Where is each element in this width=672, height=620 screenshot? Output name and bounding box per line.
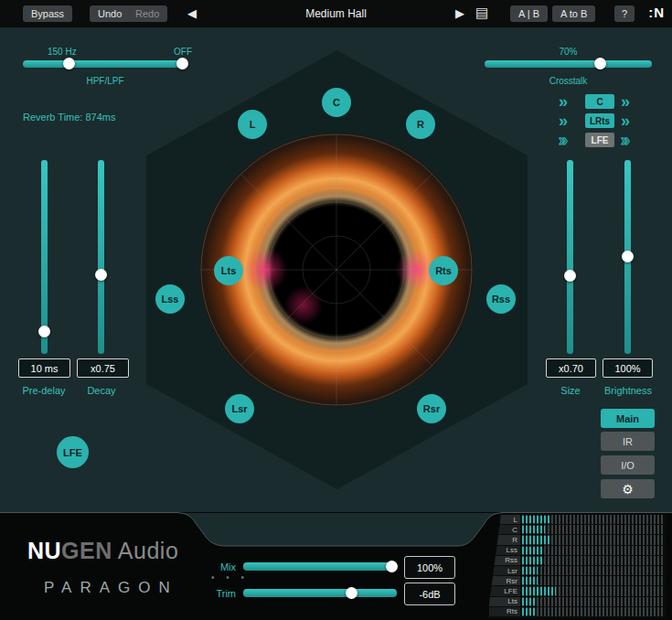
meter-row: C [489, 525, 665, 534]
routing-in-chevron-lfe[interactable]: » [559, 133, 568, 147]
preset-name[interactable]: Medium Hall [305, 7, 367, 20]
mix-handle[interactable] [386, 561, 398, 572]
meter-row: Lts [489, 597, 665, 606]
mix-value[interactable]: 100% [404, 556, 455, 579]
decay-value[interactable]: x0.75 [77, 358, 129, 378]
hpf-handle[interactable] [63, 58, 75, 69]
ab-toggle-button[interactable]: A | B [510, 5, 548, 22]
meter-track [522, 576, 665, 585]
trim-slider[interactable] [243, 589, 397, 597]
decay-fader[interactable] [98, 160, 104, 354]
nugen-logo: :N [648, 5, 665, 20]
predelay-fader[interactable] [41, 160, 48, 354]
ir-tab-button[interactable]: IR [601, 432, 655, 451]
channel-meters: L C R Lss Rss Lsr Rsr LFE Lts Rts [487, 514, 667, 618]
trim-handle[interactable] [346, 587, 357, 599]
channel-node-r[interactable]: R [406, 110, 435, 139]
prev-preset-icon[interactable]: ◀ [187, 6, 197, 21]
channel-node-lss[interactable]: Lss [155, 284, 185, 314]
brand-nu: NU [27, 538, 61, 563]
brightness-value[interactable]: 100% [603, 358, 653, 378]
brightness-label: Brightness [590, 385, 667, 396]
predelay-value[interactable]: 10 ms [18, 358, 70, 378]
meter-fill [522, 598, 535, 605]
size-fader[interactable] [567, 160, 573, 354]
size-value[interactable]: x0.70 [546, 358, 596, 378]
meter-track [522, 607, 665, 616]
reverb-time-readout: Reverb Time: 874ms [23, 112, 115, 123]
routing-in-chevron-c[interactable]: » [559, 94, 568, 109]
lpf-handle[interactable] [176, 58, 188, 69]
crosstalk-slider[interactable] [485, 60, 652, 68]
redo-button[interactable]: Redo [127, 5, 167, 22]
brand-gen: GEN [61, 538, 112, 563]
preset-list-icon[interactable]: ▤ [475, 5, 488, 20]
channel-node-lsr[interactable]: Lsr [225, 394, 254, 423]
meter-track [522, 525, 665, 534]
routing-out-chevron-c[interactable]: » [621, 94, 630, 109]
channel-node-c[interactable]: C [322, 88, 351, 117]
meter-fill [522, 557, 542, 564]
decay-label: Decay [63, 385, 140, 396]
channel-node-lts[interactable]: Lts [214, 256, 243, 285]
channel-node-l[interactable]: L [238, 110, 267, 139]
meter-row: Lss [489, 546, 665, 555]
product-name: PARAGON [44, 579, 178, 597]
brightness-fader[interactable] [624, 160, 631, 354]
brand-logo: NUGEN Audio [27, 538, 178, 564]
meter-fill [522, 526, 545, 533]
hpf-lpf-slider[interactable] [23, 60, 187, 68]
io-tab-button[interactable]: I/O [601, 455, 655, 475]
meter-track [522, 535, 665, 544]
lpf-value-label: OFF [174, 47, 192, 57]
next-preset-icon[interactable]: ▶ [455, 6, 464, 21]
routing-button-c[interactable]: C [585, 94, 614, 109]
gear-icon: ⚙ [622, 482, 634, 497]
channel-node-rts[interactable]: Rts [429, 256, 458, 285]
meter-row: Rsr [489, 576, 665, 585]
meter-fill [522, 587, 556, 594]
mix-slider[interactable] [243, 562, 397, 571]
meter-row: Rts [489, 607, 665, 616]
meter-track [522, 556, 665, 565]
size-handle[interactable] [564, 270, 576, 282]
hpf-value-label: 150 Hz [48, 47, 77, 57]
paragon-plugin-window: Bypass Undo Redo ◀ Medium Hall ▶ ▤ A | B… [0, 0, 672, 620]
undo-button[interactable]: Undo [90, 5, 130, 22]
help-button[interactable]: ? [614, 5, 635, 22]
main-tab-button[interactable]: Main [601, 409, 655, 428]
a-to-b-button[interactable]: A to B [552, 5, 595, 22]
meter-fill [522, 536, 550, 543]
meter-row: L [489, 515, 665, 524]
routing-button-lfe[interactable]: LFE [585, 133, 614, 147]
meter-track [522, 515, 665, 524]
trim-value[interactable]: -6dB [404, 583, 455, 605]
brightness-handle[interactable] [622, 251, 634, 262]
titlebar: Bypass Undo Redo ◀ Medium Hall ▶ ▤ A | B… [0, 0, 672, 27]
crosstalk-handle[interactable] [594, 58, 606, 69]
page-dots[interactable]: • • • [211, 572, 249, 583]
crosstalk-label: Crosstalk [485, 76, 652, 86]
predelay-handle[interactable] [38, 326, 50, 337]
settings-gear-button[interactable]: ⚙ [601, 479, 655, 498]
decay-handle[interactable] [95, 269, 107, 281]
bypass-button[interactable]: Bypass [23, 5, 72, 22]
meter-label: Lts [489, 597, 520, 606]
meter-track [522, 586, 665, 595]
meter-row: LFE [489, 586, 665, 595]
channel-node-rsr[interactable]: Rsr [417, 394, 446, 423]
channel-node-lfe[interactable]: LFE [57, 436, 89, 468]
mix-label: Mix [199, 561, 236, 572]
meter-label: LFE [489, 586, 520, 595]
channel-node-rss[interactable]: Rss [486, 284, 516, 314]
routing-out-chevron-lrts[interactable]: » [621, 113, 630, 128]
hpf-lpf-label: HPF/LPF [23, 76, 187, 86]
meter-track [522, 566, 665, 575]
meter-fill [522, 567, 538, 574]
meter-fill [522, 608, 535, 615]
routing-out-chevron-lfe[interactable]: » [621, 133, 630, 147]
meter-track [522, 546, 665, 555]
routing-button-lrts[interactable]: LRts [585, 113, 614, 128]
routing-in-chevron-lrts[interactable]: » [559, 113, 568, 128]
meter-fill [522, 516, 550, 523]
